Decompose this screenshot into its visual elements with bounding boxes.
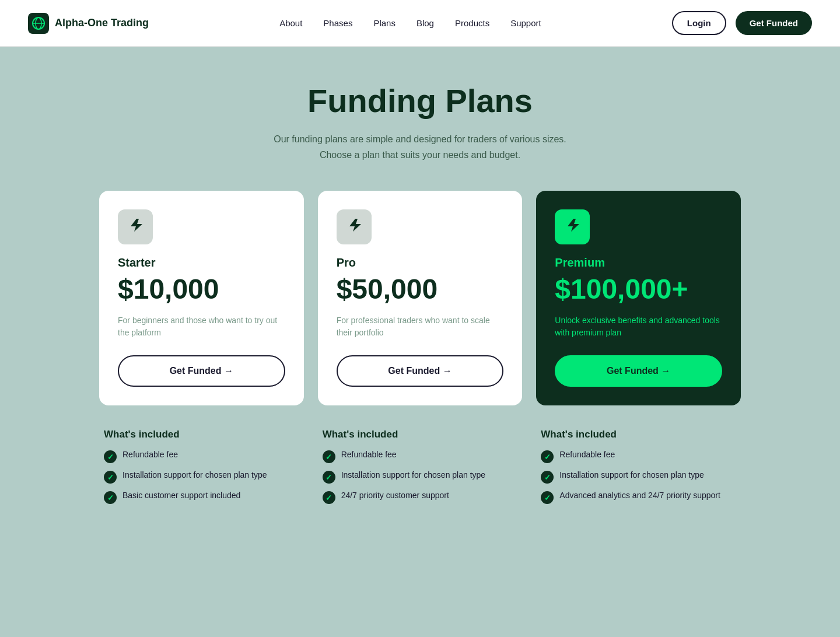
- included-starter-item-1: ✓ Installation support for chosen plan t…: [104, 470, 299, 484]
- hero-subtitle-line2: Choose a plan that suits your needs and …: [320, 150, 520, 160]
- check-icon-2: ✓: [104, 491, 117, 504]
- main-content: Funding Plans Our funding plans are simp…: [0, 47, 840, 637]
- included-pro-item-0: ✓ Refundable fee: [323, 450, 518, 463]
- included-premium-text-1: Installation support for chosen plan typ…: [559, 470, 704, 480]
- pro-plan-name: Pro: [337, 256, 504, 270]
- nav-actions: Login Get Funded: [672, 11, 812, 35]
- included-starter-text-2: Basic customer support included: [123, 491, 240, 500]
- starter-lightning-icon: [127, 217, 144, 237]
- brand-icon: [28, 13, 49, 34]
- included-pro-text-0: Refundable fee: [341, 450, 397, 459]
- check-icon-prem-1: ✓: [541, 471, 554, 484]
- included-grid: What's included ✓ Refundable fee ✓ Insta…: [99, 429, 741, 511]
- pro-plan-price: $50,000: [337, 274, 504, 305]
- included-starter-text-1: Installation support for chosen plan typ…: [123, 470, 267, 480]
- hero-subtitle: Our funding plans are simple and designe…: [28, 131, 812, 163]
- included-starter-item-0: ✓ Refundable fee: [104, 450, 299, 463]
- check-icon-1: ✓: [104, 471, 117, 484]
- hero-subtitle-line1: Our funding plans are simple and designe…: [274, 134, 566, 144]
- hero-section: Funding Plans Our funding plans are simp…: [28, 82, 812, 163]
- plan-card-pro: Pro $50,000 For professional traders who…: [318, 191, 523, 405]
- check-icon-pro-2: ✓: [323, 491, 335, 504]
- premium-lightning-icon: [564, 217, 580, 237]
- pro-icon-wrap: [337, 209, 372, 244]
- navbar: Alpha-One Trading About Phases Plans Blo…: [0, 0, 840, 47]
- check-icon-pro-0: ✓: [323, 450, 335, 463]
- included-premium-item-0: ✓ Refundable fee: [541, 450, 736, 463]
- check-icon-0: ✓: [104, 450, 117, 463]
- included-starter: What's included ✓ Refundable fee ✓ Insta…: [99, 429, 304, 511]
- plan-card-starter: Starter $10,000 For beginners and those …: [99, 191, 304, 405]
- included-starter-text-0: Refundable fee: [123, 450, 178, 459]
- included-pro-text-1: Installation support for chosen plan typ…: [341, 470, 486, 480]
- starter-icon-wrap: [118, 209, 153, 244]
- starter-plan-price: $10,000: [118, 274, 285, 305]
- premium-plan-desc: Unlock exclusive benefits and advanced t…: [555, 314, 722, 339]
- premium-get-funded-button[interactable]: Get Funded →: [555, 355, 722, 387]
- nav-support[interactable]: Support: [510, 18, 541, 28]
- get-funded-nav-button[interactable]: Get Funded: [736, 11, 812, 35]
- included-pro-text-2: 24/7 priority customer support: [341, 491, 449, 500]
- included-starter-title: What's included: [104, 429, 299, 440]
- hero-title: Funding Plans: [28, 82, 812, 120]
- starter-plan-name: Starter: [118, 256, 285, 270]
- check-icon-prem-0: ✓: [541, 450, 554, 463]
- brand-name: Alpha-One Trading: [55, 17, 149, 29]
- pro-lightning-icon: [346, 217, 362, 237]
- included-starter-item-2: ✓ Basic customer support included: [104, 491, 299, 504]
- pro-plan-desc: For professional traders who want to sca…: [337, 314, 504, 339]
- starter-plan-desc: For beginners and those who want to try …: [118, 314, 285, 339]
- premium-plan-name: Premium: [555, 256, 722, 270]
- included-pro-title: What's included: [323, 429, 518, 440]
- included-premium-item-2: ✓ Advanced analytics and 24/7 priority s…: [541, 491, 736, 504]
- included-premium-title: What's included: [541, 429, 736, 440]
- starter-get-funded-button[interactable]: Get Funded →: [118, 355, 285, 387]
- included-pro: What's included ✓ Refundable fee ✓ Insta…: [318, 429, 523, 511]
- nav-blog[interactable]: Blog: [416, 18, 434, 28]
- login-button[interactable]: Login: [672, 11, 726, 35]
- included-pro-item-2: ✓ 24/7 priority customer support: [323, 491, 518, 504]
- plan-card-premium: Premium $100,000+ Unlock exclusive benef…: [536, 191, 741, 405]
- included-pro-item-1: ✓ Installation support for chosen plan t…: [323, 470, 518, 484]
- check-icon-pro-1: ✓: [323, 471, 335, 484]
- nav-about[interactable]: About: [279, 18, 302, 28]
- nav-plans[interactable]: Plans: [373, 18, 396, 28]
- premium-plan-price: $100,000+: [555, 274, 722, 305]
- included-premium-item-1: ✓ Installation support for chosen plan t…: [541, 470, 736, 484]
- nav-phases[interactable]: Phases: [323, 18, 352, 28]
- pro-get-funded-button[interactable]: Get Funded →: [337, 355, 504, 387]
- included-premium: What's included ✓ Refundable fee ✓ Insta…: [536, 429, 741, 511]
- premium-icon-wrap: [555, 209, 590, 244]
- plans-grid: Starter $10,000 For beginners and those …: [99, 191, 741, 405]
- nav-links: About Phases Plans Blog Products Support: [279, 18, 541, 29]
- check-icon-prem-2: ✓: [541, 491, 554, 504]
- included-premium-text-0: Refundable fee: [559, 450, 615, 459]
- brand: Alpha-One Trading: [28, 13, 149, 34]
- nav-products[interactable]: Products: [455, 18, 489, 28]
- included-premium-text-2: Advanced analytics and 24/7 priority sup…: [559, 491, 720, 500]
